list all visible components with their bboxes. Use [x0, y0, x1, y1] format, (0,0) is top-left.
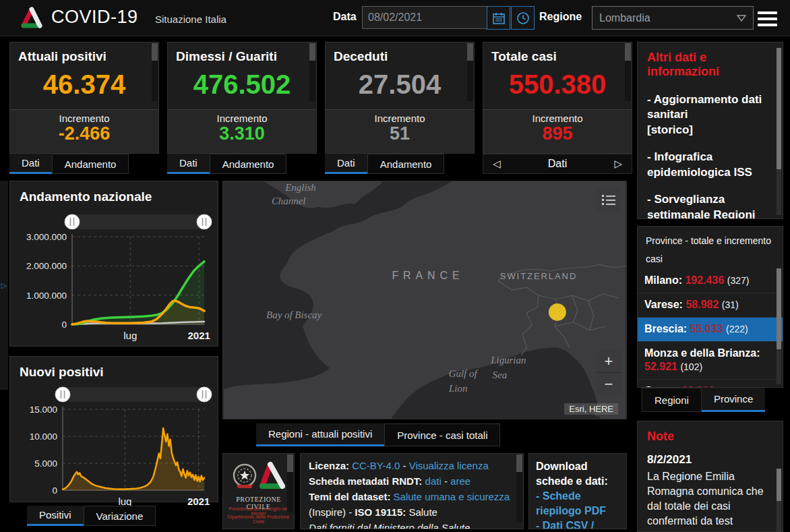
- svg-text:3.000.000: 3.000.000: [26, 232, 67, 242]
- province-name: Monza e della Brianza:: [644, 347, 760, 359]
- map-tabs: Regioni - attuali positiviProvince - cas…: [256, 423, 500, 446]
- pager-next-icon[interactable]: ▷: [614, 158, 622, 170]
- new-positives-tab-1[interactable]: Variazione: [84, 506, 156, 526]
- map-canvas[interactable]: EnglishChannelFRANCESWITZERLANDBay of Bi…: [223, 181, 626, 419]
- province-increment: (31): [722, 299, 739, 310]
- scrollbar[interactable]: [309, 43, 315, 101]
- province-total: 58.982: [686, 299, 721, 310]
- stat-card-0-tab-1[interactable]: Andamento: [52, 154, 129, 174]
- app-subtitle: Situazione Italia: [155, 13, 226, 25]
- province-panel-title: Province - totale e incremento casi: [638, 227, 783, 269]
- range-slider-handle-left[interactable]: [55, 387, 70, 402]
- emblem-sub2: Dipartimento della Protezione Civile: [223, 514, 294, 524]
- chevron-down-icon: [737, 15, 746, 22]
- province-row-milano[interactable]: Milano: 192.436 (327): [638, 269, 783, 293]
- stat-card-2: Deceduti27.504Incremento51: [325, 42, 475, 154]
- map-label: Sea: [493, 370, 508, 380]
- stat-card-title: Totale casi: [483, 42, 632, 64]
- increment-value: 3.310: [168, 124, 316, 144]
- info-link-2[interactable]: - Sorveglianza settimanale Regioni: [647, 192, 773, 219]
- scrollbar[interactable]: [516, 454, 522, 522]
- license-link[interactable]: Visualizza licenza: [409, 460, 489, 471]
- stat-card-1-tab-0[interactable]: Dati: [167, 154, 210, 174]
- stat-card-1-tab-1[interactable]: Andamento: [210, 154, 287, 174]
- sidebar-tab-1[interactable]: Province: [702, 388, 765, 412]
- scrollbar[interactable]: [467, 43, 473, 101]
- increment-value: 51: [326, 124, 474, 144]
- scrollbar[interactable]: [777, 469, 781, 532]
- map-panel[interactable]: EnglishChannelFRANCESWITZERLANDBay of Bi…: [222, 181, 627, 419]
- license-link[interactable]: dati: [425, 475, 442, 487]
- svg-text:10.000: 10.000: [30, 432, 57, 442]
- stat-card-0: Attuali positivi46.374Incremento-2.466: [9, 42, 159, 154]
- map-legend-button[interactable]: [597, 188, 621, 212]
- province-row-brescia[interactable]: Brescia: 55.033 (222): [638, 318, 783, 342]
- region-province-tabs: RegioniProvince: [642, 388, 765, 412]
- license-link[interactable]: CC-BY-4.0: [352, 460, 400, 471]
- range-slider-handle-left[interactable]: [65, 214, 80, 229]
- province-row-monza-e-della-brianza[interactable]: Monza e della Brianza: 52.921 (102): [638, 342, 783, 380]
- range-slider-handle-right[interactable]: [197, 214, 212, 229]
- menu-button[interactable]: [758, 8, 777, 30]
- license-panel: Licenza: CC-BY-4.0 - Visualizza licenzaS…: [300, 453, 524, 529]
- note-text: La Regione Emilia Romagna comunica che d…: [647, 469, 770, 532]
- stat-card-2-tab-0[interactable]: Dati: [325, 154, 367, 174]
- note-panel: Note 8/2/2021 La Regione Emilia Romagna …: [637, 421, 783, 532]
- province-name: Milano:: [644, 274, 685, 286]
- pager-prev-icon[interactable]: ◁: [493, 158, 501, 170]
- license-link[interactable]: aree: [450, 475, 470, 487]
- date-input[interactable]: [362, 6, 493, 29]
- map-zoom-in-button[interactable]: +: [597, 350, 621, 373]
- left-panel-expander[interactable]: ▷: [0, 181, 8, 390]
- calendar-button[interactable]: [487, 6, 510, 30]
- svg-text:5.000: 5.000: [34, 459, 57, 469]
- province-total: 52.921: [644, 361, 680, 372]
- province-name: Brescia:: [644, 323, 690, 334]
- scrollbar[interactable]: [777, 48, 781, 215]
- license-line-0: Licenza: CC-BY-4.0 - Visualizza licenza: [309, 458, 515, 473]
- stat-card-0-tab-0[interactable]: Dati: [9, 154, 52, 174]
- new-positives-title: Nuovi positivi: [10, 357, 218, 380]
- plus-icon: +: [605, 353, 613, 370]
- scrollbar[interactable]: [777, 268, 781, 384]
- province-row-como[interactable]: Como: 39.900 (14): [638, 380, 783, 388]
- license-link[interactable]: Salute umana e sicurezza: [394, 491, 510, 502]
- increment-label: Incremento: [483, 113, 632, 124]
- sidebar-tab-0[interactable]: Regioni: [642, 388, 702, 412]
- download-link-1[interactable]: - Dati CSV / JSON: [536, 519, 619, 529]
- province-row-varese[interactable]: Varese: 58.982 (31): [638, 293, 783, 318]
- license-text: (Inspire) -: [309, 506, 355, 518]
- region-label: Regione: [539, 11, 582, 23]
- region-select-value: Lombardia: [599, 12, 650, 24]
- new-positives-tab-0[interactable]: Positivi: [27, 506, 84, 526]
- covid-dashboard: COVID-19 Situazione Italia Data Regione …: [0, 0, 790, 532]
- region-select[interactable]: Lombardia: [592, 6, 754, 30]
- svg-text:0: 0: [52, 485, 57, 496]
- map-label: Lion: [448, 383, 467, 394]
- info-link-0[interactable]: - Aggiornamento dati sanitari [storico]: [647, 92, 773, 138]
- range-slider-handle-right[interactable]: [197, 387, 212, 402]
- download-link-0[interactable]: - Schede riepilogo PDF: [536, 489, 619, 519]
- license-text: Salute: [406, 506, 437, 518]
- scrollbar[interactable]: [287, 454, 293, 512]
- scrollbar[interactable]: [152, 43, 158, 101]
- map-tab-1[interactable]: Province - casi totali: [384, 423, 500, 446]
- pager-label: Dati: [548, 158, 567, 170]
- svg-text:1.000.000: 1.000.000: [26, 291, 67, 301]
- map-zoom-out-button[interactable]: −: [597, 373, 621, 395]
- expand-chevron-icon: ▷: [1, 281, 7, 290]
- map-label: FRANCE: [392, 270, 464, 281]
- license-text: -: [400, 460, 408, 471]
- app-title: COVID-19: [51, 7, 138, 28]
- province-name: Varese:: [644, 299, 686, 310]
- stat-card-2-tab-1[interactable]: Andamento: [367, 154, 445, 174]
- scrollbar[interactable]: [625, 43, 631, 101]
- map-tab-0[interactable]: Regioni - attuali positivi: [256, 423, 384, 446]
- map-marker-lombardia[interactable]: [549, 303, 566, 321]
- info-link-1[interactable]: - Infografica epidemiologica ISS: [647, 150, 773, 180]
- stat-card-value: 46.374: [10, 69, 158, 100]
- svg-text:2021: 2021: [187, 496, 210, 507]
- time-button[interactable]: [511, 6, 535, 30]
- national-trend-panel: Andamento nazionale 01.000.0002.000.0003…: [9, 181, 218, 347]
- license-text: Scheda metadati RNDT:: [309, 475, 425, 487]
